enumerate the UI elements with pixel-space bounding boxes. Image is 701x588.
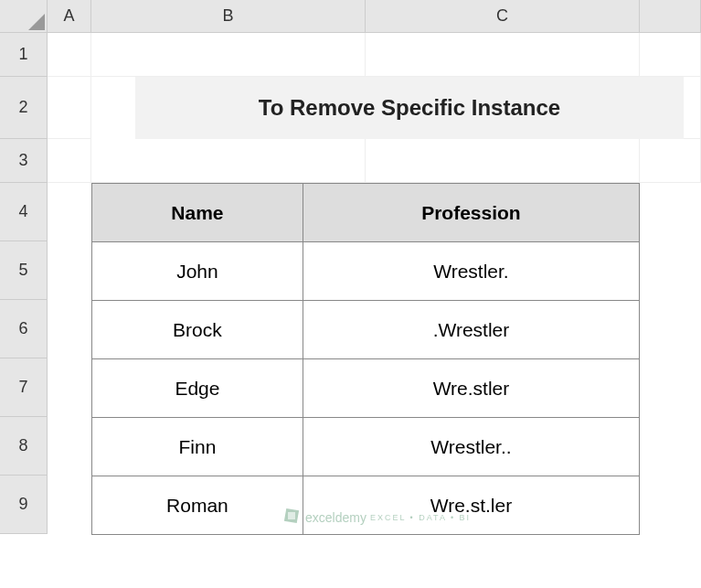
watermark-tagline: EXCEL • DATA • BI xyxy=(370,513,471,522)
cell-name[interactable]: Roman xyxy=(92,476,303,535)
cell-a2[interactable] xyxy=(48,77,91,139)
title-banner[interactable]: To Remove Specific Instance xyxy=(135,77,684,139)
col-header-b[interactable]: B xyxy=(91,0,366,33)
row-header-9[interactable]: 9 xyxy=(0,476,48,534)
cell-d2[interactable] xyxy=(684,77,701,139)
cell-a3[interactable] xyxy=(48,139,91,183)
cell-name[interactable]: Brock xyxy=(92,301,303,359)
data-table: Name Profession John Wrestler. Brock .Wr… xyxy=(91,183,640,535)
row-header-5[interactable]: 5 xyxy=(0,241,48,300)
sheet-body: To Remove Specific Instance Name Profess… xyxy=(48,33,701,183)
svg-rect-2 xyxy=(288,512,295,519)
col-header-c[interactable]: C xyxy=(366,0,640,33)
row-header-8[interactable]: 8 xyxy=(0,417,48,476)
table-row: Brock .Wrestler xyxy=(92,301,640,359)
col-header-blank[interactable] xyxy=(640,0,701,33)
cell-profession[interactable]: Wrestler. xyxy=(303,242,639,301)
row-header-7[interactable]: 7 xyxy=(0,358,48,417)
watermark: exceldemy EXCEL • DATA • BI xyxy=(283,508,471,527)
cell-c3[interactable] xyxy=(366,139,640,183)
select-all-triangle-icon xyxy=(28,14,45,30)
cell-profession[interactable]: .Wrestler xyxy=(303,301,639,359)
cell-profession[interactable]: Wre.stler xyxy=(303,359,639,418)
cell-name[interactable]: Edge xyxy=(92,359,303,418)
row-header-1[interactable]: 1 xyxy=(0,33,48,77)
logo-icon xyxy=(283,508,300,527)
column-headers: A B C xyxy=(48,0,701,33)
table-row: Edge Wre.stler xyxy=(92,359,640,418)
table-row: Finn Wrestler.. xyxy=(92,418,640,476)
cell-profession[interactable]: Wrestler.. xyxy=(303,418,639,476)
row-header-3[interactable]: 3 xyxy=(0,139,48,183)
cell-name[interactable]: Finn xyxy=(92,418,303,476)
col-header-a[interactable]: A xyxy=(48,0,91,33)
table-row: John Wrestler. xyxy=(92,242,640,301)
cell-d1[interactable] xyxy=(640,33,701,77)
cell-a1[interactable] xyxy=(48,33,91,77)
svg-marker-0 xyxy=(28,14,45,30)
watermark-brand: exceldemy xyxy=(305,510,366,525)
table-header-row: Name Profession xyxy=(92,184,640,242)
row-header-2[interactable]: 2 xyxy=(0,77,48,139)
header-profession[interactable]: Profession xyxy=(303,184,639,242)
cell-b3[interactable] xyxy=(91,139,366,183)
cell-name[interactable]: John xyxy=(92,242,303,301)
cell-d3[interactable] xyxy=(640,139,701,183)
select-all-corner[interactable] xyxy=(0,0,48,33)
cell-b1[interactable] xyxy=(91,33,366,77)
row-header-6[interactable]: 6 xyxy=(0,300,48,358)
row-header-4[interactable]: 4 xyxy=(0,183,48,241)
row-headers: 1 2 3 4 5 6 7 8 9 xyxy=(0,0,48,534)
spreadsheet-grid: 1 2 3 4 5 6 7 8 9 A B C To Remove Specif… xyxy=(0,0,701,534)
cell-c1[interactable] xyxy=(366,33,640,77)
header-name[interactable]: Name xyxy=(92,184,303,242)
